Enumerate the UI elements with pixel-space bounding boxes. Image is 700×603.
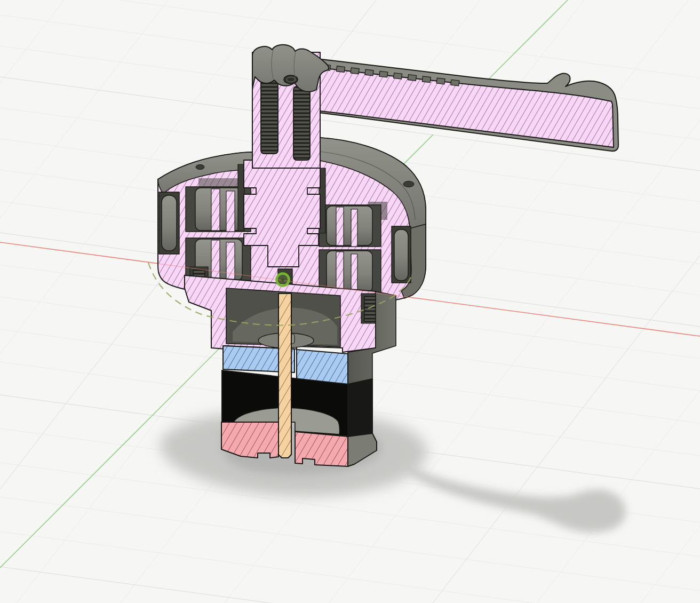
- ratchet-tooth: [351, 68, 359, 74]
- section-manipulator-dot: [281, 278, 284, 281]
- gear-tooth-section: [211, 240, 220, 281]
- gear-tooth-section: [336, 207, 344, 245]
- ratchet-tooth: [408, 75, 416, 81]
- housing-screw-hole: [403, 181, 414, 187]
- ratchet-tooth: [365, 69, 373, 76]
- gear-tooth-section: [336, 252, 344, 292]
- housing-screw-hole: [196, 165, 204, 170]
- lever-stem[interactable]: [252, 45, 329, 168]
- motor-base-left[interactable]: [221, 422, 279, 458]
- cad-viewport[interactable]: [0, 0, 700, 603]
- ratchet-tooth: [394, 73, 402, 80]
- housing-screw[interactable]: [364, 297, 376, 321]
- cap-screw-left[interactable]: [261, 80, 278, 154]
- motor-base-right[interactable]: [295, 432, 348, 466]
- ratchet-tooth: [422, 76, 431, 83]
- motor-body-side: [348, 379, 372, 436]
- wall-pin[interactable]: [394, 229, 408, 281]
- viewport-canvas: [0, 0, 700, 603]
- gear-tooth-section: [351, 209, 357, 247]
- cap-screw-right[interactable]: [293, 86, 310, 160]
- ratchet-tooth: [451, 80, 459, 86]
- gear-tooth-section: [211, 189, 220, 231]
- ratchet-tooth: [379, 71, 388, 77]
- gear-tooth-section: [226, 191, 235, 232]
- planet-gear-cylinder[interactable]: [327, 206, 372, 245]
- ratchet-tooth: [436, 78, 445, 84]
- cap-threaded-hole: [284, 75, 298, 84]
- ratchet-tooth: [336, 66, 345, 73]
- drive-shaft[interactable]: [279, 293, 291, 458]
- gear-tooth-section: [226, 242, 235, 282]
- wall-pin[interactable]: [162, 195, 177, 251]
- gear-tooth-section: [351, 254, 357, 293]
- planet-gear-cylinder[interactable]: [327, 251, 372, 292]
